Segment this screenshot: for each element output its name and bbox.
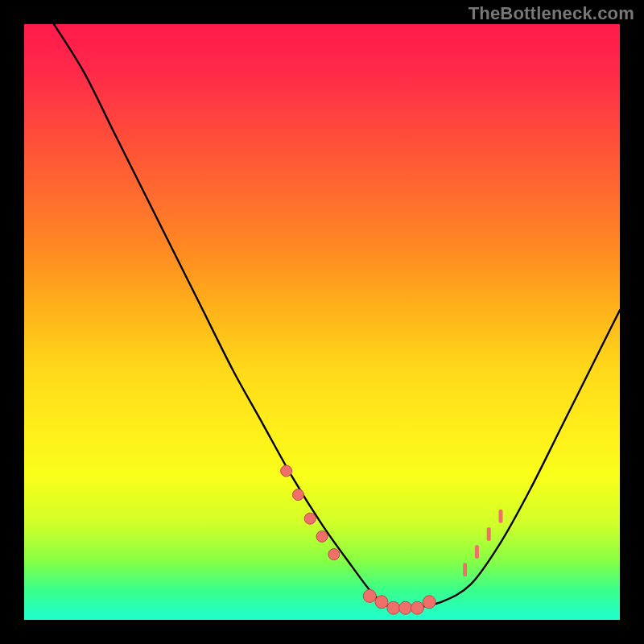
watermark-text: TheBottleneck.com: [469, 3, 634, 24]
plot-background: [24, 24, 620, 620]
chart-stage: TheBottleneck.com: [0, 0, 644, 644]
